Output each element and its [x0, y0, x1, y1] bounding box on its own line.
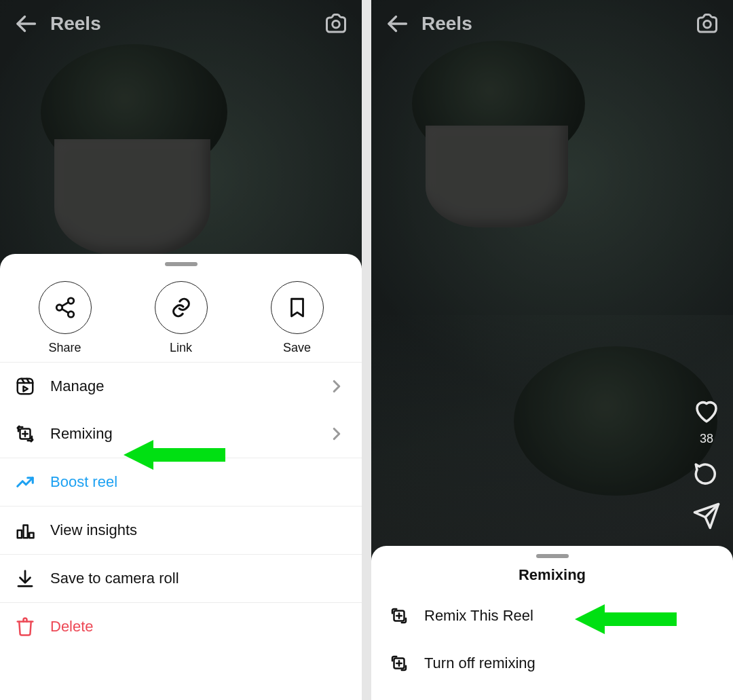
like-count: 38	[700, 432, 713, 446]
back-icon[interactable]	[14, 12, 38, 36]
phone-right: Reels 38 Remixing	[371, 0, 733, 700]
download-icon	[15, 568, 35, 589]
svg-point-1	[333, 21, 340, 29]
manage-label: Manage	[50, 377, 312, 395]
view-insights-row[interactable]: View insights	[0, 506, 362, 554]
insights-icon	[15, 520, 35, 540]
sheet-actions-row: Share Link Save	[0, 269, 362, 362]
delete-row[interactable]: Delete	[0, 603, 362, 650]
phone-left: Reels Share Link Save	[0, 0, 362, 700]
camera-icon[interactable]	[695, 12, 719, 36]
remixing-sheet: Remixing Remix This Reel Turn off remixi…	[371, 546, 733, 700]
back-icon[interactable]	[385, 12, 409, 36]
trend-up-icon	[15, 472, 35, 492]
header-title: Reels	[50, 13, 324, 35]
share-label: Share	[48, 341, 81, 355]
sheet-title: Remixing	[371, 561, 733, 592]
sheet-grabber[interactable]	[165, 262, 198, 266]
svg-line-6	[62, 309, 69, 313]
manage-icon	[15, 376, 35, 397]
remix-icon	[389, 653, 409, 674]
turn-off-remixing-row[interactable]: Turn off remixing	[371, 640, 733, 687]
svg-marker-8	[24, 386, 28, 392]
sheet-grabber[interactable]	[536, 554, 569, 558]
save-icon	[286, 296, 309, 319]
svg-rect-13	[24, 526, 28, 538]
remix-this-reel-row[interactable]: Remix This Reel	[371, 592, 733, 640]
svg-marker-17	[124, 440, 225, 470]
svg-point-19	[704, 21, 711, 29]
svg-rect-12	[18, 530, 22, 538]
header-title: Reels	[421, 13, 695, 35]
link-label: Link	[170, 341, 192, 355]
save-button[interactable]: Save	[257, 281, 338, 355]
save-to-camera-roll-row[interactable]: Save to camera roll	[0, 555, 362, 602]
view-insights-label: View insights	[50, 521, 347, 539]
save-label: Save	[283, 341, 311, 355]
reels-header: Reels	[0, 0, 362, 48]
remix-icon	[15, 424, 35, 444]
paper-plane-icon	[692, 502, 721, 530]
camera-icon[interactable]	[324, 12, 348, 36]
turn-off-remixing-label: Turn off remixing	[424, 655, 715, 672]
annotation-arrow-right	[575, 599, 677, 640]
manage-row[interactable]: Manage	[0, 363, 362, 410]
chevron-right-icon	[326, 424, 347, 444]
comment-icon	[692, 460, 721, 488]
link-icon	[170, 296, 193, 319]
boost-reel-label: Boost reel	[50, 473, 347, 491]
delete-label: Delete	[50, 618, 347, 635]
chevron-right-icon	[326, 376, 347, 397]
screenshot-divider	[362, 0, 371, 700]
share-icon	[54, 296, 77, 319]
trash-icon	[15, 616, 35, 637]
share-button[interactable]	[692, 502, 721, 530]
save-to-camera-roll-label: Save to camera roll	[50, 570, 347, 587]
svg-line-5	[62, 302, 69, 306]
like-button[interactable]	[692, 397, 721, 425]
svg-rect-14	[29, 533, 33, 538]
reel-action-rail: 38	[692, 397, 721, 530]
link-button[interactable]: Link	[140, 281, 222, 355]
comment-button[interactable]	[692, 460, 721, 488]
reels-header: Reels	[371, 0, 733, 48]
share-button[interactable]: Share	[24, 281, 106, 355]
remix-icon	[389, 606, 409, 626]
heart-icon	[692, 397, 721, 425]
svg-marker-26	[575, 604, 677, 634]
annotation-arrow-left	[124, 435, 225, 475]
options-sheet: Share Link Save Manage	[0, 254, 362, 700]
svg-rect-7	[18, 379, 33, 394]
